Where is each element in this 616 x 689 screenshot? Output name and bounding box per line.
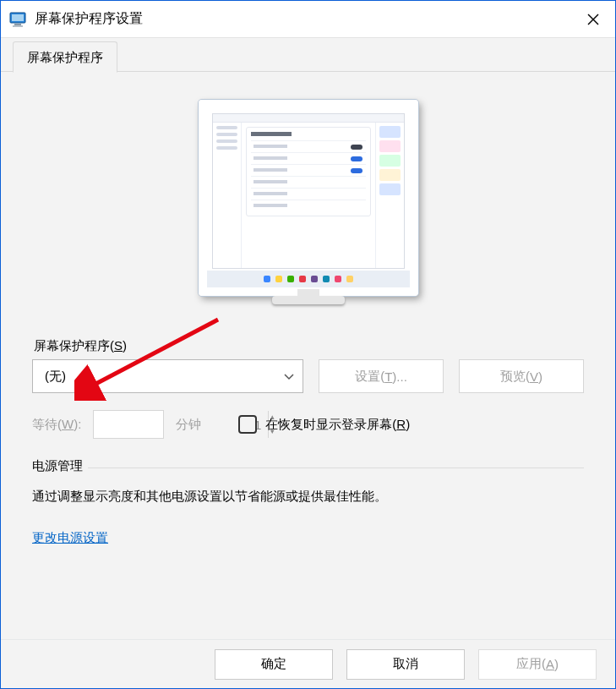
preview-area [32,73,584,335]
window-title: 屏幕保护程序设置 [35,10,143,28]
close-icon [587,14,599,25]
svg-rect-1 [12,14,24,21]
change-power-settings-link[interactable]: 更改电源设置 [32,530,108,546]
resume-login-checkbox-label[interactable]: 在恢复时显示登录屏幕(R) [238,415,410,434]
screensaver-group-label: 屏幕保护程序(S) [34,338,582,354]
tabstrip: 屏幕保护程序 [1,38,615,72]
close-button[interactable] [571,1,615,38]
tab-screensaver[interactable]: 屏幕保护程序 [13,41,117,73]
dialog-footer: 确定 取消 应用(A) [1,639,615,688]
resume-login-checkbox[interactable] [238,415,257,434]
screensaver-selected-value: (无) [45,369,66,385]
app-icon [9,12,26,27]
cancel-button[interactable]: 取消 [346,649,465,680]
power-description: 通过调整显示亮度和其他电源设置以节省能源或提供最佳性能。 [32,489,584,505]
power-group: 电源管理 通过调整显示亮度和其他电源设置以节省能源或提供最佳性能。 更改电源设置 [32,468,584,563]
apply-button[interactable]: 应用(A) [478,649,597,680]
wait-row: 等待(W): ▲ ▼ 分钟 在恢复时显示登录屏幕(R) [32,410,584,439]
wait-minutes-spinner[interactable]: ▲ ▼ [93,410,164,439]
resume-login-text: 在恢复时显示登录屏幕(R) [265,417,410,433]
settings-button[interactable]: 设置(T)... [319,359,444,393]
svg-rect-2 [14,24,21,25]
chevron-down-icon [284,369,294,383]
screensaver-row: (无) 设置(T)... 预览(V) [32,359,584,393]
svg-rect-3 [13,25,23,27]
content-area: 屏幕保护程序(S) (无) 设置(T)... 预览(V) 等待(W): [2,73,614,637]
preview-button[interactable]: 预览(V) [459,359,584,393]
ok-button[interactable]: 确定 [215,649,333,680]
screensaver-settings-window: 屏幕保护程序设置 屏幕保护程序 [0,0,616,689]
wait-label: 等待(W): [32,417,81,433]
monitor-preview [199,100,418,296]
screensaver-select[interactable]: (无) [32,359,303,393]
power-legend: 电源管理 [32,458,88,474]
titlebar: 屏幕保护程序设置 [1,1,615,38]
wait-unit: 分钟 [176,417,201,433]
